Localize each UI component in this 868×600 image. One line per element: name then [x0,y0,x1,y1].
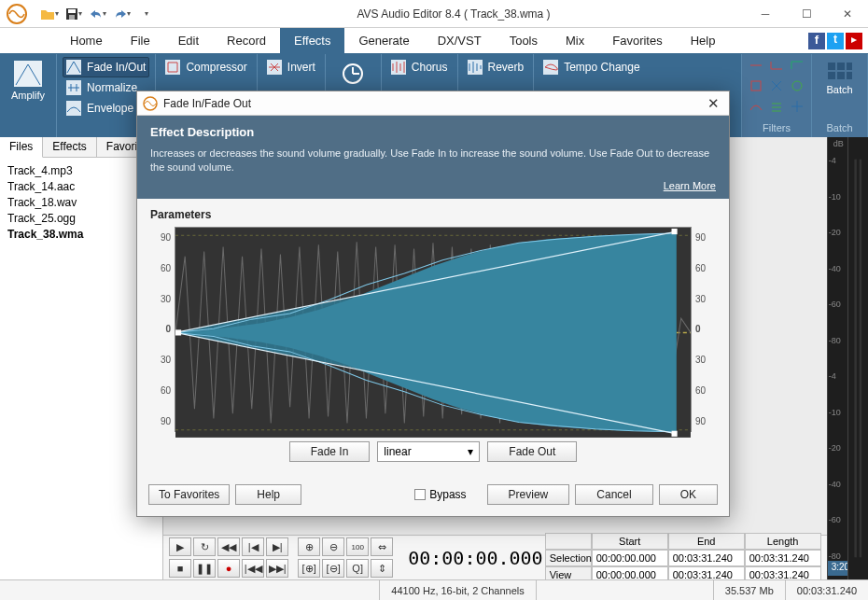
start-button[interactable]: |◀◀ [242,559,264,578]
zoom-out-sel-button[interactable]: [⊖] [322,559,344,578]
svg-point-15 [792,81,802,91]
app-logo-icon [4,1,30,27]
menu-record[interactable]: Record [213,28,280,54]
fit-button[interactable]: ⇔ [371,537,393,556]
loop-button[interactable]: ↻ [193,537,216,556]
curve-select[interactable]: linear ▾ [377,441,480,462]
menu-favorites[interactable]: Favorites [598,28,676,54]
menu-mix[interactable]: Mix [552,28,598,54]
tempo-change-button[interactable]: Tempo Change [539,57,735,77]
filters-group-label: Filters [763,122,791,135]
menu-help[interactable]: Help [677,28,730,54]
youtube-icon[interactable]: ▸ [846,33,862,49]
filter-icon-6[interactable] [789,77,805,94]
filter-icon-3[interactable] [789,57,805,74]
record-button[interactable]: ● [217,559,240,578]
effect-description-heading: Effect Description [150,125,716,139]
menu-effects[interactable]: Effects [280,28,345,54]
tab-effects[interactable]: Effects [43,137,96,157]
facebook-icon[interactable]: f [808,33,825,49]
menu-dxvst[interactable]: DX/VST [424,28,496,54]
compressor-button[interactable]: Compressor [161,57,250,77]
undo-icon[interactable]: ▾ [88,4,108,24]
overview-waveform[interactable]: dB -4 -10 -20 -40 -60 -80 [827,137,847,579]
save-icon[interactable]: ▾ [63,4,84,24]
status-size: 35.537 Mb [713,580,785,600]
zoom-100-button[interactable]: 100 [346,537,369,556]
cancel-button[interactable]: Cancel [575,484,652,505]
bypass-checkbox[interactable]: Bypass [414,488,466,501]
next-button[interactable]: ▶| [266,537,288,556]
end-button[interactable]: ▶▶| [266,559,288,578]
to-favorites-button[interactable]: To Favorites [148,484,230,505]
menubar: Home File Edit Record Effects Generate D… [0,28,868,54]
help-button[interactable]: Help [235,484,301,505]
pause-button[interactable]: ❚❚ [193,559,216,578]
fade-out-button[interactable]: Fade Out [487,441,577,462]
list-item[interactable]: Track_25.ogg [7,211,155,227]
fade-graph[interactable] [175,227,692,432]
dialog-titlebar[interactable]: Fade In/Fade Out ✕ [137,91,729,116]
stop-button[interactable]: ■ [169,559,191,578]
prev-button[interactable]: |◀ [242,537,264,556]
filter-icon-5[interactable] [768,77,785,94]
svg-rect-26 [859,160,861,558]
batch-button[interactable]: Batch [820,57,860,99]
zoom-out-button[interactable]: ⊖ [322,537,344,556]
zoom-v-button[interactable]: ⇕ [371,559,393,578]
list-item[interactable]: Track_14.aac [7,179,155,195]
overview-timecode: 3:20 [828,561,847,576]
filter-icon-1[interactable] [748,57,764,74]
svg-rect-36 [672,431,678,437]
titlebar: ▾ ▾ ▾ ▾ ▾ AVS Audio Editor 8.4 ( Track_3… [0,0,868,28]
svg-rect-35 [672,229,678,234]
reverb-button[interactable]: Reverb [464,57,528,77]
zoom-all-button[interactable]: Q] [346,559,369,578]
learn-more-link[interactable]: Learn More [150,180,716,191]
time-display: 00:00:00.000 [408,547,543,569]
menu-file[interactable]: File [117,28,164,54]
ok-button[interactable]: OK [659,484,718,505]
twitter-icon[interactable]: t [827,33,844,49]
svg-rect-19 [828,72,835,79]
play-button[interactable]: ▶ [169,537,191,556]
close-button[interactable]: ✕ [827,0,868,28]
fade-inout-button[interactable]: Fade In/Out [63,57,149,77]
list-item[interactable]: Track_18.wav [7,195,155,211]
open-folder-icon[interactable]: ▾ [39,4,60,24]
list-item[interactable]: Track_38.wma [7,227,155,243]
qat-customize-icon[interactable]: ▾ [136,4,157,24]
list-item[interactable]: Track_4.mp3 [7,163,155,179]
chorus-button[interactable]: Chorus [387,57,452,77]
menu-edit[interactable]: Edit [164,28,213,54]
svg-rect-14 [751,81,761,91]
delay-group-icon[interactable] [333,57,372,91]
rewind-button[interactable]: ◀◀ [217,537,240,556]
svg-rect-7 [66,101,81,116]
menu-tools[interactable]: Tools [496,28,552,54]
minimize-button[interactable]: ─ [745,0,786,28]
zoom-sel-button[interactable]: [⊕] [298,559,320,578]
filter-icon-4[interactable] [748,77,764,94]
filter-icon-7[interactable] [748,98,764,115]
redo-icon[interactable]: ▾ [112,4,133,24]
menu-generate[interactable]: Generate [344,28,423,54]
svg-rect-16 [828,63,835,70]
dialog-close-button[interactable]: ✕ [704,95,723,112]
filter-icon-8[interactable] [768,98,785,115]
tab-files[interactable]: Files [0,137,43,158]
window-title: AVS Audio Editor 8.4 ( Track_38.wma ) [162,7,745,21]
right-panel: dB -4 -10 -20 -40 -60 -80 [827,137,868,579]
status-format: 44100 Hz, 16-bit, 2 Channels [379,580,535,600]
fade-in-button[interactable]: Fade In [289,441,371,462]
menu-home[interactable]: Home [56,28,117,54]
status-duration: 00:03:31.240 [785,580,868,600]
filter-icon-2[interactable] [768,57,785,74]
svg-rect-18 [847,63,852,70]
filter-icon-9[interactable] [789,98,805,115]
invert-button[interactable]: Invert [263,57,319,77]
amplify-button[interactable]: Amplify [6,57,50,105]
zoom-in-button[interactable]: ⊕ [298,537,320,556]
maximize-button[interactable]: ☐ [786,0,827,28]
preview-button[interactable]: Preview [487,484,570,505]
